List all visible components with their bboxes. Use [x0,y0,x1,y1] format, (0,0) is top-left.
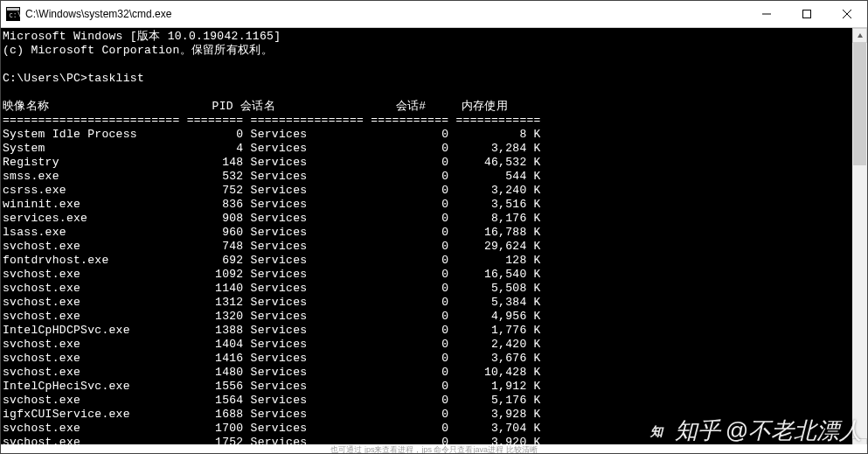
scroll-thumb[interactable] [853,43,866,165]
scroll-up-arrow[interactable] [852,28,867,43]
caption-strip: 也可通过 jps来查看进程，jps 命令只查看java进程 比较清晰 [1,444,867,453]
window-frame: c:\ C:\Windows\system32\cmd.exe Microsof… [0,0,868,454]
vertical-scrollbar[interactable] [852,28,867,453]
minimize-button[interactable] [746,1,787,27]
maximize-button[interactable] [787,1,827,27]
close-button[interactable] [827,1,867,27]
titlebar[interactable]: c:\ C:\Windows\system32\cmd.exe [1,1,867,28]
scroll-track[interactable] [852,43,867,438]
window-title: C:\Windows\system32\cmd.exe [25,8,171,20]
svg-rect-4 [803,10,811,18]
svg-rect-1 [7,8,19,10]
cmd-icon: c:\ [6,7,20,21]
svg-text:c:\: c:\ [9,11,20,19]
svg-marker-7 [858,33,863,38]
client-area: Microsoft Windows [版本 10.0.19042.1165] (… [1,28,867,453]
terminal-output[interactable]: Microsoft Windows [版本 10.0.19042.1165] (… [1,28,852,453]
